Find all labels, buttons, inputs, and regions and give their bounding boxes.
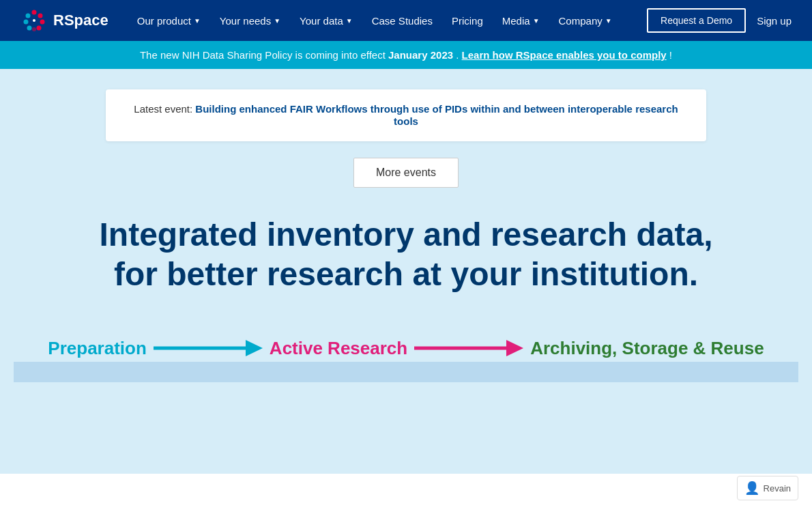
nav-item-case-studies[interactable]: Case Studies xyxy=(364,10,441,32)
announcement-banner: The new NIH Data Sharing Policy is comin… xyxy=(0,41,812,69)
chevron-down-icon: ▼ xyxy=(605,17,612,25)
event-box: Latest event: Building enhanced FAIR Wor… xyxy=(106,89,706,141)
bottom-bar xyxy=(14,362,798,382)
nav-item-your-data[interactable]: Your data ▼ xyxy=(291,10,361,32)
svg-point-8 xyxy=(33,19,35,22)
hero-line2: for better research at your institution. xyxy=(100,255,713,294)
banner-text-before: The new NIH Data Sharing Policy is comin… xyxy=(140,49,388,61)
chevron-down-icon: ▼ xyxy=(194,17,201,25)
svg-marker-12 xyxy=(506,340,523,356)
svg-point-4 xyxy=(32,27,36,31)
banner-exclamation: ! xyxy=(669,49,672,61)
more-events-button[interactable]: More events xyxy=(353,158,459,188)
event-label: Latest event: xyxy=(134,103,195,115)
banner-link[interactable]: Learn how RSpace enables you to comply xyxy=(462,49,667,61)
logo-icon xyxy=(20,7,48,34)
arrow-preparation-to-active xyxy=(147,334,270,362)
workflow-diagram: Preparation Active Research Archiving, S… xyxy=(14,334,798,362)
svg-point-7 xyxy=(26,14,31,18)
arrow-active-to-archive xyxy=(407,334,530,362)
svg-point-0 xyxy=(32,10,37,15)
chevron-down-icon: ▼ xyxy=(274,17,280,25)
nav-links: Our product ▼ Your needs ▼ Your data ▼ C… xyxy=(129,10,647,32)
nav-item-our-product[interactable]: Our product ▼ xyxy=(129,10,209,32)
svg-point-2 xyxy=(40,20,45,25)
svg-point-1 xyxy=(38,14,43,18)
workflow-step-preparation: Preparation xyxy=(48,338,147,359)
nav-item-media[interactable]: Media ▼ xyxy=(494,10,548,32)
chevron-down-icon: ▼ xyxy=(533,17,540,25)
hero-line1: Integrated inventory and research data, xyxy=(100,215,713,255)
chevron-down-icon: ▼ xyxy=(346,17,353,25)
workflow-step-archive: Archiving, Storage & Reuse xyxy=(530,338,764,359)
request-demo-button[interactable]: Request a Demo xyxy=(647,8,746,33)
hero-text: Integrated inventory and research data, … xyxy=(100,215,713,294)
banner-separator: . xyxy=(456,49,461,61)
banner-date: January 2023 xyxy=(388,49,453,61)
svg-point-5 xyxy=(27,26,32,31)
svg-marker-10 xyxy=(246,340,263,356)
logo-text: RSpace xyxy=(53,12,108,29)
workflow-step-active-research: Active Research xyxy=(270,338,407,359)
svg-point-3 xyxy=(37,26,42,31)
nav-right: Request a Demo Sign up xyxy=(647,8,792,33)
event-title: Building enhanced FAIR Workflows through… xyxy=(195,103,678,127)
signup-link[interactable]: Sign up xyxy=(757,15,792,27)
svg-point-6 xyxy=(24,20,29,25)
nav-item-your-needs[interactable]: Your needs ▼ xyxy=(212,10,289,32)
logo-link[interactable]: RSpace xyxy=(20,7,108,34)
navbar: RSpace Our product ▼ Your needs ▼ Your d… xyxy=(0,0,812,41)
nav-item-pricing[interactable]: Pricing xyxy=(444,10,491,32)
nav-item-company[interactable]: Company ▼ xyxy=(551,10,620,32)
main-content: Latest event: Building enhanced FAIR Wor… xyxy=(0,69,812,474)
